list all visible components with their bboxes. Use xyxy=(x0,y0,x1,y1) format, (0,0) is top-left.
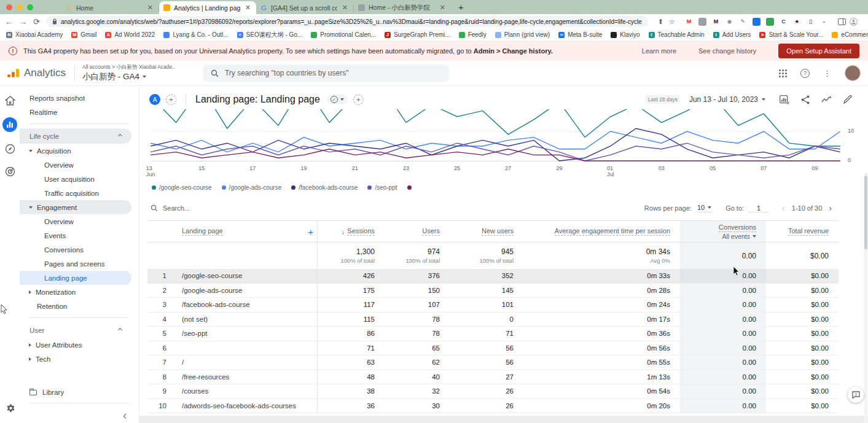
home-icon[interactable] xyxy=(4,95,16,107)
prev-page-icon[interactable]: ‹ xyxy=(780,203,788,213)
bookmark-item-11[interactable]: Klaviyo xyxy=(611,31,639,38)
column-header-new-users[interactable]: New users xyxy=(450,221,523,242)
bookmark-item-12[interactable]: tTeachable Admin xyxy=(649,31,705,38)
scrollbar-thumb[interactable] xyxy=(864,176,867,249)
add-report-tab-button[interactable]: + xyxy=(353,95,364,105)
share-icon[interactable]: ⬆ xyxy=(658,18,663,26)
bookmark-item-9[interactable]: Plann (grid view) xyxy=(495,31,550,38)
add-column-icon[interactable]: + xyxy=(308,227,315,237)
feedback-button[interactable] xyxy=(848,387,864,403)
sidebar-item-reports-snapshot[interactable]: Reports snapshot xyxy=(20,91,131,105)
browser-tab-4[interactable]: Home - 小白新势学院✕ xyxy=(354,1,451,14)
extension-icon-9[interactable]: ★ xyxy=(793,18,801,26)
maximize-window-button[interactable] xyxy=(27,4,33,10)
advertising-icon[interactable] xyxy=(4,165,16,177)
browser-tab-3[interactable]: G[GA4] Set up a scroll conversi✕ xyxy=(256,1,353,14)
table-row-4[interactable]: 4(not set)1157800m 17s0.00$0.00 xyxy=(147,312,839,327)
table-row-5[interactable]: 5/seo-ppt8678710m 36s0.00$0.00 xyxy=(147,327,839,341)
sidebar-section-life-cycle[interactable]: Life cycle xyxy=(20,128,131,144)
bookmark-item-7[interactable]: JSurgeGraph Premi... xyxy=(385,31,450,38)
customize-chart-icon[interactable] xyxy=(780,95,789,104)
add-comparison-button[interactable]: + xyxy=(166,95,176,105)
sidebar-item-pages-and-screens[interactable]: Pages and screens xyxy=(20,257,131,271)
back-icon[interactable]: ← xyxy=(5,17,13,26)
learn-more-link[interactable]: Learn more xyxy=(642,47,676,55)
tab-close-icon[interactable]: ✕ xyxy=(439,4,447,12)
user-avatar[interactable] xyxy=(845,65,861,81)
extension-icon-2[interactable] xyxy=(698,18,706,26)
edit-pencil-icon[interactable] xyxy=(843,95,852,104)
extension-icon-4[interactable]: ◉ xyxy=(725,18,733,26)
table-row-2[interactable]: 2/google-ads-course1751501450m 28s0.00$0… xyxy=(147,284,839,298)
column-header-sessions[interactable]: ↓ Sessions xyxy=(317,221,385,242)
column-header-avg-engagement[interactable]: Average engagement time per session xyxy=(523,221,680,242)
extension-icon-6[interactable] xyxy=(753,18,760,26)
sidebar-item-user-attributes[interactable]: User Attributes xyxy=(20,338,131,352)
analytics-logo-icon[interactable] xyxy=(7,69,19,77)
bookmark-item-4[interactable]: Lyang & Co. - Outl... xyxy=(163,31,228,38)
share-report-icon[interactable] xyxy=(801,95,810,104)
see-change-history-link[interactable]: See change history xyxy=(698,47,756,55)
sidebar-item-overview[interactable]: Overview xyxy=(20,214,131,228)
browser-tab-2[interactable]: Analytics | Landing page: Land✕ xyxy=(159,1,256,14)
sidebar-item-library[interactable]: Library xyxy=(29,389,64,396)
account-breadcrumb[interactable]: All accounts > 小白新势 Xiaobai Acade.. xyxy=(82,64,175,71)
close-window-button[interactable] xyxy=(6,4,12,10)
collapse-sidebar-icon[interactable] xyxy=(123,414,128,419)
sidebar-item-acquisition[interactable]: Acquisition xyxy=(20,144,131,158)
tab-close-icon[interactable]: ✕ xyxy=(244,4,252,12)
bookmark-item-1[interactable]: NXiaobai Academy xyxy=(6,31,63,38)
bookmark-item-15[interactable]: eCommerce Case... xyxy=(832,31,868,38)
sidebar-item-monetization[interactable]: Monetization xyxy=(20,285,131,299)
reload-icon[interactable]: ⟳ xyxy=(33,17,40,26)
reports-icon[interactable] xyxy=(2,117,17,132)
tab-close-icon[interactable]: ✕ xyxy=(146,4,154,12)
goto-page-input[interactable]: 1 xyxy=(748,204,769,212)
forward-icon[interactable]: → xyxy=(19,17,27,26)
sidebar-item-tech[interactable]: Tech xyxy=(20,352,131,366)
next-page-icon[interactable]: › xyxy=(826,203,834,213)
table-row-10[interactable]: 10/adwords-seo-facebook-ads-courses36302… xyxy=(147,399,839,414)
sidebar-item-conversions[interactable]: Conversions xyxy=(20,243,131,257)
table-row-8[interactable]: 8/free-resources4840271m 13s0.00$0.00 xyxy=(147,370,839,385)
date-range-picker[interactable]: Jun 13 - Jul 10, 2023 xyxy=(689,95,765,104)
report-check-chip[interactable]: ✓ xyxy=(327,95,348,104)
apps-grid-icon[interactable] xyxy=(779,69,787,77)
new-tab-button[interactable]: + xyxy=(458,2,464,14)
profile-icon[interactable] xyxy=(850,18,858,26)
insights-icon[interactable] xyxy=(821,96,832,104)
conversions-event-filter[interactable]: All events xyxy=(722,233,756,240)
sidebar-item-events[interactable]: Events xyxy=(20,228,131,243)
column-header-conversions[interactable]: Conversions All events xyxy=(680,221,766,242)
sidebar-item-retention[interactable]: Retention xyxy=(20,299,131,313)
table-row-9[interactable]: 9/courses3832260m 54s0.00$0.00 xyxy=(147,384,839,399)
bookmark-item-5[interactable]: ≡SEO课程大纲 - Go... xyxy=(237,31,303,39)
bookmark-item-10[interactable]: ∞Meta B-suite xyxy=(558,31,602,38)
property-selector[interactable]: 小白新势 - GA4 xyxy=(82,71,175,82)
table-row-6[interactable]: 67165560m 56s0.00$0.00 xyxy=(147,341,839,356)
sidebar-item-traffic-acquisition[interactable]: Traffic acquisition xyxy=(20,186,131,200)
minimize-window-button[interactable] xyxy=(17,4,23,10)
window-controls[interactable] xyxy=(6,0,33,14)
bookmark-item-2[interactable]: MGmail xyxy=(71,31,96,38)
rows-per-page-select[interactable]: 10 xyxy=(696,204,713,212)
table-search-input[interactable]: Search... xyxy=(151,204,190,212)
sidebar-item-engagement[interactable]: Engagement xyxy=(20,200,131,214)
sidebar-section-user[interactable]: User xyxy=(20,322,131,338)
tab-close-icon[interactable]: ✕ xyxy=(341,4,349,12)
bookmark-item-14[interactable]: ➤Start & Scale Your... xyxy=(759,31,823,38)
extension-icon-1[interactable]: M xyxy=(685,18,693,26)
sidebar-item-landing-page[interactable]: Landing page xyxy=(20,271,131,285)
help-icon[interactable]: ? xyxy=(800,69,810,78)
browser-tab-1[interactable]: ♥Home✕ xyxy=(61,1,158,14)
column-header-landing-page[interactable]: Landing page + xyxy=(175,221,317,242)
extension-icon-7[interactable] xyxy=(766,18,774,26)
column-header-users[interactable]: Users xyxy=(385,221,450,242)
extension-icon-11[interactable]: ◒ xyxy=(820,18,828,26)
extension-icon-3[interactable]: M xyxy=(712,18,720,26)
sidebar-item-user-acquisition[interactable]: User acquisition xyxy=(20,172,131,186)
sidebar-toggle-icon[interactable] xyxy=(838,18,846,25)
extension-icon-8[interactable]: C xyxy=(780,18,788,26)
bookmark-item-3[interactable]: AAd World 2022 xyxy=(105,31,155,38)
admin-gear-icon[interactable] xyxy=(4,402,17,414)
